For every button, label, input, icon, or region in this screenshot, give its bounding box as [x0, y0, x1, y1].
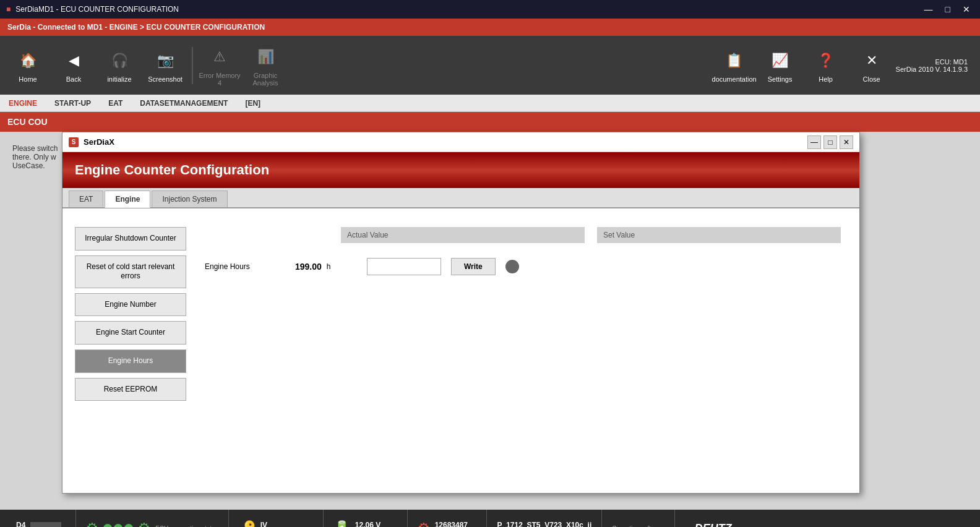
help-button[interactable]: ❓ Help: [804, 41, 848, 90]
os-label: Operating software: [612, 525, 664, 528]
os-section: Operating software: [602, 510, 675, 527]
graphic-analysis-button: 📊 Graphic Analysis: [244, 41, 287, 90]
dialog-header-title: Engine Counter Configuration: [75, 162, 269, 178]
menu-eat[interactable]: EAT: [105, 96, 126, 110]
chart-icon: 📊: [253, 45, 278, 69]
serial-section: D4 Interface SerialNo: [6, 510, 76, 527]
main-area: Please switch there. Only w UseCase. S S…: [0, 132, 980, 510]
engine-num-value: 12683487: [435, 521, 477, 528]
dot-3: [124, 524, 133, 527]
engine-start-counter-button[interactable]: Engine Start Counter: [75, 321, 186, 345]
dialog-header: Engine Counter Configuration: [62, 152, 859, 188]
menu-bar: ENGINE START-UP EAT DATASETMANAGEMENT [E…: [0, 95, 980, 112]
menu-startup[interactable]: START-UP: [51, 96, 95, 110]
ecu-counter-bar: ECU COU: [0, 112, 980, 132]
engine-number-button[interactable]: Engine Number: [75, 293, 186, 317]
help-icon: ❓: [814, 48, 838, 73]
set-value-label: Set Value: [597, 227, 841, 243]
engine-hours-label: Engine Hours: [205, 262, 285, 271]
sidebar-buttons: Irregular Shutdown Counter Reset of cold…: [75, 221, 186, 481]
battery-value: 12.06 V: [355, 521, 397, 528]
dialog-title: SerDiaX: [84, 137, 114, 147]
warning-icon: ⚠: [207, 45, 232, 69]
title-bar-controls: — □ ✕: [921, 3, 974, 15]
dialog-maximize-button[interactable]: □: [823, 135, 837, 149]
dialog-minimize-button[interactable]: —: [807, 135, 821, 149]
reset-eeprom-button[interactable]: Reset EEPROM: [75, 378, 186, 401]
actual-value-label: Actual Value: [341, 227, 585, 243]
maximize-button[interactable]: □: [942, 3, 954, 15]
content-area: Actual Value Set Value Engine Hours 199.…: [199, 221, 847, 481]
toolbar: 🏠 Home ◀ Back 🎧 initialize 📷 Screenshot …: [0, 36, 980, 95]
battery-section: 🔋 12.06 V Battery Voltage: [324, 510, 408, 527]
competence-section: 🔑 IV Competence class:: [229, 510, 324, 527]
engine-hours-value: 199.00: [295, 262, 322, 272]
dialog: S SerDiaX — □ ✕ Engine Counter Configura…: [62, 132, 860, 494]
ecu-icon-2: ⚙: [138, 520, 150, 527]
engine-hours-input[interactable]: [367, 258, 441, 275]
dialog-title-controls: — □ ✕: [807, 135, 853, 149]
dialog-app-icon: S: [69, 137, 79, 147]
window-title: SerDiaMD1 - ECU COUNTER CONFIGURATION: [15, 5, 179, 14]
key-icon: 🔑: [239, 520, 256, 527]
back-button[interactable]: ◀ Back: [52, 41, 95, 90]
serial-value: D4: [16, 521, 66, 528]
deutz-section: DEUTZ: [675, 510, 974, 527]
dialog-titlebar: S SerDiaX — □ ✕: [62, 132, 859, 152]
write-button[interactable]: Write: [451, 258, 496, 275]
close-toolbar-button[interactable]: ✕ Close: [850, 41, 893, 90]
dot-1: [103, 524, 112, 527]
window-close-button[interactable]: ✕: [959, 3, 974, 15]
error-code: P_1712_ST5_V723_X10c_ii: [497, 521, 591, 528]
connection-dots: [103, 524, 133, 527]
ecu-info: ECU: MD1 SerDia 2010 V. 14.1.9.3: [896, 58, 968, 73]
toolbar-separator-1: [192, 47, 193, 84]
engine-icon: ⚙: [418, 520, 430, 527]
error-memory-button: ⚠ Error Memory 4: [198, 41, 241, 90]
engine-hours-button[interactable]: Engine Hours: [75, 349, 186, 373]
irregular-shutdown-button[interactable]: Irregular Shutdown Counter: [75, 227, 186, 251]
minimize-button[interactable]: —: [921, 3, 937, 15]
tab-injection-system[interactable]: Injection System: [152, 191, 227, 207]
close-icon: ✕: [859, 48, 884, 73]
dot-2: [114, 524, 123, 527]
menu-engine[interactable]: ENGINE: [5, 96, 41, 110]
camera-icon: 📷: [153, 48, 178, 73]
ecu-counter-title: ECU COU: [7, 117, 48, 127]
ecu-connected-icon: ⚙: [86, 520, 98, 527]
home-icon: 🏠: [15, 48, 40, 73]
engine-hours-row: Engine Hours 199.00 h Write: [205, 253, 841, 280]
error-section: P_1712_ST5_V723_X10c_ii Error: [487, 510, 602, 527]
documentation-button[interactable]: 📋 documentation: [713, 41, 756, 90]
connection-status-text: SerDia - Connected to MD1 - ENGINE > ECU…: [7, 23, 265, 32]
home-button[interactable]: 🏠 Home: [6, 41, 49, 90]
tab-engine[interactable]: Engine: [105, 191, 150, 208]
settings-icon: 📈: [768, 48, 793, 73]
app-icon: ■: [6, 5, 11, 14]
ecu-connection-label: ECU connection status: [155, 525, 218, 528]
back-icon: ◀: [61, 48, 86, 73]
competence-value: IV: [260, 521, 313, 528]
connection-status-bar: SerDia - Connected to MD1 - ENGINE > ECU…: [0, 19, 980, 36]
title-bar: ■ SerDiaMD1 - ECU COUNTER CONFIGURATION …: [0, 0, 980, 19]
docs-icon: 📋: [722, 48, 747, 73]
screenshot-button[interactable]: 📷 Screenshot: [144, 41, 187, 90]
reset-cold-start-button[interactable]: Reset of cold start relevant errors: [75, 255, 186, 288]
settings-button[interactable]: 📈 Settings: [759, 41, 802, 90]
status-strip: D4 Interface SerialNo ⚙ ⚙ ECU connection…: [0, 510, 980, 527]
battery-icon: 🔋: [333, 520, 350, 527]
content-header: Actual Value Set Value: [205, 227, 841, 243]
dialog-close-button[interactable]: ✕: [840, 135, 853, 149]
ecu-connection-section: ⚙ ⚙ ECU connection status: [76, 510, 229, 527]
menu-language[interactable]: [EN]: [241, 96, 264, 110]
dialog-content: Irregular Shutdown Counter Reset of cold…: [62, 208, 859, 493]
tab-eat[interactable]: EAT: [69, 191, 103, 207]
initialize-icon: 🎧: [107, 48, 132, 73]
deutz-logo: DEUTZ: [685, 522, 742, 528]
engine-hours-unit: h: [327, 262, 331, 271]
write-status-indicator: [505, 260, 519, 273]
engine-number-section: ⚙ 12683487 Engine number: [408, 510, 488, 527]
dialog-tabs: EAT Engine Injection System: [62, 188, 859, 208]
menu-datasetmanagement[interactable]: DATASETMANAGEMENT: [136, 96, 231, 110]
initialize-button[interactable]: 🎧 initialize: [98, 41, 141, 90]
